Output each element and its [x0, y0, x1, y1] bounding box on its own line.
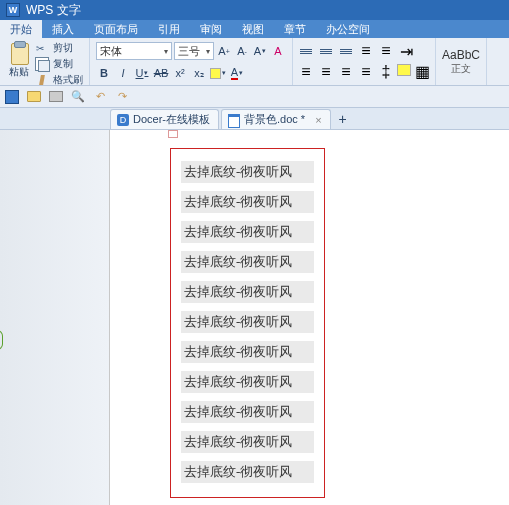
change-case-button[interactable]: A▾: [252, 43, 268, 59]
format-painter-button[interactable]: 格式刷: [34, 72, 85, 88]
menu-section[interactable]: 章节: [274, 20, 316, 38]
text-line[interactable]: 去掉底纹-彻夜听风: [181, 311, 314, 333]
paste-label: 粘贴: [9, 65, 29, 79]
align-center-button[interactable]: ≡: [317, 64, 335, 80]
text-line[interactable]: 去掉底纹-彻夜听风: [181, 191, 314, 213]
style-label: 正文: [451, 62, 471, 76]
borders-button[interactable]: ▦: [413, 64, 431, 80]
font-color-button[interactable]: A▾: [229, 65, 245, 81]
side-panel: [0, 130, 110, 505]
align-right-button[interactable]: ≡: [337, 64, 355, 80]
cut-button[interactable]: 剪切: [34, 40, 85, 56]
menu-references[interactable]: 引用: [148, 20, 190, 38]
numbering-button[interactable]: [317, 43, 335, 59]
font-shrink-button[interactable]: A-: [234, 43, 250, 59]
ribbon: 粘贴 剪切 复制 格式刷 宋体▾ 三号▾ A+ A- A▾ A B I U▾ A…: [0, 38, 509, 86]
text-line[interactable]: 去掉底纹-彻夜听风: [181, 251, 314, 273]
document-icon: [228, 114, 240, 126]
panel-handle[interactable]: [0, 330, 3, 350]
bold-button[interactable]: B: [96, 65, 112, 81]
close-icon[interactable]: ×: [315, 114, 321, 126]
print-button[interactable]: [48, 89, 64, 105]
brush-icon: [36, 75, 49, 86]
clear-format-button[interactable]: A: [270, 43, 286, 59]
bullets-button[interactable]: [297, 43, 315, 59]
new-tab-button[interactable]: +: [333, 109, 353, 129]
ruler-marker: [168, 130, 178, 138]
increase-indent-button[interactable]: ≡: [377, 43, 395, 59]
highlight-button[interactable]: ▾: [210, 65, 226, 81]
text-line[interactable]: 去掉底纹-彻夜听风: [181, 371, 314, 393]
menu-insert[interactable]: 插入: [42, 20, 84, 38]
tab-label: Docer-在线模板: [133, 112, 210, 127]
text-line[interactable]: 去掉底纹-彻夜听风: [181, 461, 314, 483]
menu-review[interactable]: 审阅: [190, 20, 232, 38]
strikethrough-button[interactable]: AB: [153, 65, 169, 81]
multilevel-button[interactable]: [337, 43, 355, 59]
docer-icon: [117, 114, 129, 126]
clipboard-icon: [8, 41, 30, 65]
scissors-icon: [36, 43, 49, 54]
text-line[interactable]: 去掉底纹-彻夜听风: [181, 161, 314, 183]
app-icon: W: [6, 3, 20, 17]
text-line[interactable]: 去掉底纹-彻夜听风: [181, 401, 314, 423]
copy-button[interactable]: 复制: [34, 56, 85, 72]
superscript-button[interactable]: x²: [172, 65, 188, 81]
save-button[interactable]: [4, 89, 20, 105]
text-line[interactable]: 去掉底纹-彻夜听风: [181, 281, 314, 303]
app-title: WPS 文字: [26, 2, 81, 19]
menu-office-space[interactable]: 办公空间: [316, 20, 380, 38]
line-spacing-button[interactable]: ‡: [377, 64, 395, 80]
redo-button[interactable]: [114, 89, 130, 105]
italic-button[interactable]: I: [115, 65, 131, 81]
menu-start[interactable]: 开始: [0, 20, 42, 38]
paragraph-group: ≡ ≡ ⇥ ≡ ≡ ≡ ≡ ‡ ▦: [293, 38, 436, 85]
tab-button[interactable]: ⇥: [397, 43, 415, 59]
open-button[interactable]: [26, 89, 42, 105]
font-name-combo[interactable]: 宋体▾: [96, 42, 172, 60]
menu-view[interactable]: 视图: [232, 20, 274, 38]
clipboard-group: 粘贴 剪切 复制 格式刷: [0, 38, 90, 85]
shading-button[interactable]: [397, 64, 411, 76]
align-justify-button[interactable]: ≡: [357, 64, 375, 80]
font-size-combo[interactable]: 三号▾: [174, 42, 214, 60]
font-grow-button[interactable]: A+: [216, 43, 232, 59]
text-line[interactable]: 去掉底纹-彻夜听风: [181, 221, 314, 243]
title-bar: W WPS 文字: [0, 0, 509, 20]
print-preview-button[interactable]: 🔍: [70, 89, 86, 105]
decrease-indent-button[interactable]: ≡: [357, 43, 375, 59]
chevron-down-icon: ▾: [206, 47, 210, 56]
text-frame[interactable]: 去掉底纹-彻夜听风 去掉底纹-彻夜听风 去掉底纹-彻夜听风 去掉底纹-彻夜听风 …: [170, 148, 325, 498]
menu-page-layout[interactable]: 页面布局: [84, 20, 148, 38]
styles-group[interactable]: AaBbC 正文: [436, 38, 487, 85]
document-area[interactable]: 去掉底纹-彻夜听风 去掉底纹-彻夜听风 去掉底纹-彻夜听风 去掉底纹-彻夜听风 …: [110, 130, 509, 505]
subscript-button[interactable]: x₂: [191, 65, 207, 81]
text-line[interactable]: 去掉底纹-彻夜听风: [181, 341, 314, 363]
tab-document[interactable]: 背景色.doc * ×: [221, 109, 331, 129]
undo-button[interactable]: [92, 89, 108, 105]
align-left-button[interactable]: ≡: [297, 64, 315, 80]
style-preview: AaBbC: [442, 48, 480, 62]
copy-icon: [36, 59, 49, 70]
quick-access-toolbar: 🔍: [0, 86, 509, 108]
menu-bar: 开始 插入 页面布局 引用 审阅 视图 章节 办公空间: [0, 20, 509, 38]
document-tabs: Docer-在线模板 背景色.doc * × +: [0, 108, 509, 130]
paste-button[interactable]: 粘贴: [4, 40, 34, 80]
text-line[interactable]: 去掉底纹-彻夜听风: [181, 431, 314, 453]
chevron-down-icon: ▾: [164, 47, 168, 56]
underline-button[interactable]: U▾: [134, 65, 150, 81]
tab-label: 背景色.doc *: [244, 112, 305, 127]
font-group: 宋体▾ 三号▾ A+ A- A▾ A B I U▾ AB x² x₂ ▾ A▾: [90, 38, 293, 85]
workspace: 去掉底纹-彻夜听风 去掉底纹-彻夜听风 去掉底纹-彻夜听风 去掉底纹-彻夜听风 …: [0, 130, 509, 505]
tab-docer[interactable]: Docer-在线模板: [110, 109, 219, 129]
